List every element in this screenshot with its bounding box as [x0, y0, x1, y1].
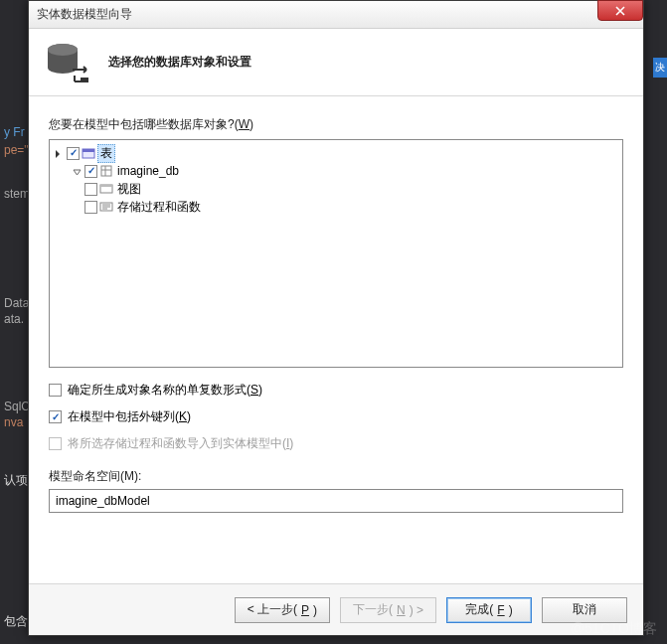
finish-button[interactable]: 完成(F) — [446, 597, 532, 623]
checkbox-tables[interactable] — [67, 147, 80, 160]
options-group: 确定所生成对象名称的单复数形式(S) 在模型中包括外键列(K) 将所选存储过程和… — [49, 382, 623, 452]
checkbox-procs[interactable] — [84, 201, 97, 214]
checkbox-imagine-db[interactable] — [84, 165, 97, 178]
view-icon — [99, 182, 113, 196]
wizard-dialog: 实体数据模型向导 选择您的数据库对象和设置 您要在模型中包括哪些数据库对象?(W… — [28, 0, 644, 636]
table-group-icon — [82, 146, 95, 160]
svg-rect-7 — [100, 185, 112, 187]
option-import-sp: 将所选存储过程和函数导入到实体模型中(I) — [49, 435, 623, 452]
option-pluralize[interactable]: 确定所生成对象名称的单复数形式(S) — [49, 382, 623, 399]
tree-node-views[interactable]: 视图 — [52, 180, 620, 198]
wizard-header: 选择您的数据库对象和设置 — [29, 29, 643, 96]
schema-icon — [99, 164, 113, 178]
objects-tree[interactable]: 表 imagine_db 视图 存储过程和函数 — [49, 139, 623, 368]
tree-node-imagine-db[interactable]: imagine_db — [52, 162, 620, 180]
back-button[interactable]: < 上一步(P) — [235, 597, 330, 623]
expander-icon[interactable] — [54, 148, 65, 159]
database-icon — [43, 42, 90, 83]
tree-label: 视图 — [115, 181, 143, 198]
tree-node-procs[interactable]: 存储过程和函数 — [52, 198, 620, 216]
tree-label: imagine_db — [115, 164, 181, 178]
svg-rect-4 — [83, 149, 94, 152]
svg-point-1 — [48, 44, 78, 56]
cancel-button[interactable]: 取消 — [542, 597, 627, 623]
option-label: 在模型中包括外键列(K) — [68, 408, 191, 425]
tree-label: 表 — [97, 144, 115, 163]
checkbox-views[interactable] — [84, 183, 97, 196]
option-include-fk[interactable]: 在模型中包括外键列(K) — [49, 408, 623, 425]
proc-icon — [99, 200, 113, 214]
button-bar: < 上一步(P) 下一步(N) > 完成(F) 取消 — [29, 583, 643, 635]
expander-icon[interactable] — [72, 166, 83, 177]
window-title: 实体数据模型向导 — [37, 6, 132, 23]
option-label: 将所选存储过程和函数导入到实体模型中(I) — [68, 435, 293, 452]
close-button[interactable] — [597, 0, 643, 21]
watermark: @51CTO博客 — [571, 620, 657, 638]
svg-rect-2 — [81, 78, 88, 82]
checkbox-include-fk[interactable] — [49, 410, 62, 423]
option-label: 确定所生成对象名称的单复数形式(S) — [68, 382, 262, 399]
objects-prompt: 您要在模型中包括哪些数据库对象?(W) — [49, 116, 623, 133]
next-button: 下一步(N) > — [340, 597, 436, 623]
namespace-label: 模型命名空间(M): — [49, 468, 623, 485]
svg-rect-5 — [101, 166, 111, 176]
checkbox-import-sp — [49, 437, 62, 450]
side-panel-fragment: 决 — [653, 58, 667, 78]
namespace-input[interactable] — [49, 489, 623, 513]
titlebar: 实体数据模型向导 — [29, 1, 643, 29]
header-title: 选择您的数据库对象和设置 — [108, 54, 251, 71]
content-area: 您要在模型中包括哪些数据库对象?(W) 表 imagine_db 视图 — [29, 96, 643, 523]
tree-label: 存储过程和函数 — [115, 199, 203, 216]
checkbox-pluralize[interactable] — [49, 384, 62, 397]
tree-node-tables[interactable]: 表 — [52, 144, 620, 162]
